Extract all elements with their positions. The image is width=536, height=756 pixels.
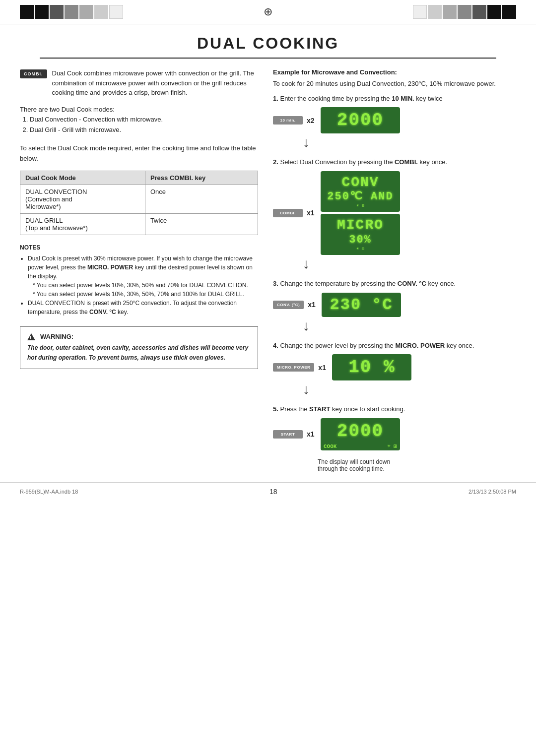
warning-title: ! WARNING: bbox=[27, 333, 251, 340]
step-3-text: 3. Change the temperature by pressing th… bbox=[273, 279, 511, 289]
page-title: DUAL COOKING bbox=[60, 34, 476, 53]
note-1: Dual Cook is preset with 30% microwave p… bbox=[28, 254, 258, 299]
step-2-display-row: COMBI. x1 CONV 250℃ AND ☀ ⊞ MICRO 30% ☀ … bbox=[273, 171, 511, 255]
warning-label: WARNING: bbox=[40, 333, 73, 340]
table-header-press: Press COMBI. key bbox=[145, 171, 258, 185]
step-1-arrow: ↓ bbox=[303, 135, 511, 149]
step-1: 1. Enter the cooking time by pressing th… bbox=[273, 94, 511, 150]
block-4 bbox=[65, 5, 78, 19]
step-3-key-button: CONV. (°C) bbox=[273, 301, 304, 309]
step-5-multiplier: x1 bbox=[307, 430, 317, 438]
warning-box: ! WARNING: The door, outer cabinet, oven… bbox=[20, 326, 258, 369]
mode-1: Dual Convection - Convection with microw… bbox=[30, 115, 258, 125]
step-2-line3: MICRO bbox=[326, 217, 395, 234]
block-r7 bbox=[502, 5, 516, 19]
step-5-display-wrapper: 2000 COOK ☀ ⊞ bbox=[321, 418, 400, 450]
dual-cook-table: Dual Cook Mode Press COMBI. key DUAL CON… bbox=[20, 171, 258, 235]
step-3-display-row: CONV. (°C) x1 230 °C bbox=[273, 293, 511, 317]
table-row: DUAL GRILL(Top and Microwave*) Twice bbox=[20, 214, 258, 235]
step-4-arrow: ↓ bbox=[303, 382, 511, 396]
page-number: 18 bbox=[78, 488, 469, 496]
step-4: 4. Change the power level by pressing th… bbox=[273, 341, 511, 397]
intro-text: Dual Cook combines microwave power with … bbox=[52, 68, 259, 98]
header-blocks-right bbox=[413, 5, 516, 19]
step-4-key-button: MICRO. POWER bbox=[273, 363, 314, 372]
step-1-display-wrapper: 2000 bbox=[321, 107, 400, 133]
step-1-key-name: 10 MIN. bbox=[392, 95, 414, 102]
step-5: 5. Press the START key once to start coo… bbox=[273, 404, 511, 450]
step-3-arrow: ↓ bbox=[303, 319, 511, 333]
step-2-key-button: COMBI. bbox=[273, 209, 303, 217]
main-content: COMBI. Dual Cook combines microwave powe… bbox=[0, 59, 536, 482]
step-2: 2. Select Dual Convection by pressing th… bbox=[273, 157, 511, 271]
step-4-display-wrapper: 10 % bbox=[332, 354, 411, 380]
step-2-number: 2. bbox=[273, 158, 278, 166]
warning-triangle-icon: ! bbox=[27, 333, 35, 340]
step-5-display-cook-label: COOK bbox=[324, 443, 336, 449]
note-2: DUAL CONVECTION is preset with 250°C con… bbox=[28, 299, 258, 316]
step-4-text: 4. Change the power level by pressing th… bbox=[273, 341, 511, 351]
right-column: Example for Microwave and Convection: To… bbox=[273, 68, 511, 472]
step-4-display: 10 % bbox=[332, 354, 411, 380]
step-2-arrow: ↓ bbox=[303, 257, 511, 271]
footer-right-text: 2/13/13 2:50:08 PM bbox=[469, 489, 516, 495]
step-2-line4: 30% bbox=[326, 234, 395, 247]
step-2-sub1: ☀ ⊞ bbox=[326, 203, 395, 209]
step-5-key-name: START bbox=[309, 405, 330, 413]
step-1-display-row: 10 min. x2 2000 bbox=[273, 107, 511, 133]
step-5-number: 5. bbox=[273, 405, 278, 413]
step-3-display-wrapper: 230 °C bbox=[322, 293, 401, 317]
step-4-number: 4. bbox=[273, 342, 278, 349]
table-header-mode: Dual Cook Mode bbox=[20, 171, 145, 185]
combi-button: COMBI. bbox=[20, 69, 47, 78]
block-r6 bbox=[487, 5, 501, 19]
compass-icon: ⊕ bbox=[264, 5, 272, 18]
modes-list: Dual Convection - Convection with microw… bbox=[20, 115, 258, 135]
table-row: DUAL CONVECTION(Convection andMicrowave*… bbox=[20, 185, 258, 214]
example-title: Example for Microwave and Convection: bbox=[273, 68, 511, 76]
step-3-number: 3. bbox=[273, 280, 278, 287]
step-3-multiplier: x1 bbox=[308, 301, 318, 309]
step-5-display-right: ☀ ⊞ bbox=[387, 443, 397, 449]
page-title-section: DUAL COOKING bbox=[40, 24, 496, 59]
mode-2: Dual Grill - Grill with microwave. bbox=[30, 125, 258, 135]
block-r3 bbox=[443, 5, 457, 19]
warning-text: The door, outer cabinet, oven cavity, ac… bbox=[27, 343, 251, 362]
step-5-display: 2000 COOK ☀ ⊞ bbox=[321, 418, 400, 450]
block-r2 bbox=[428, 5, 442, 19]
display-caption: The display will count downthrough the c… bbox=[318, 458, 511, 472]
step-2-dual-display: CONV 250℃ AND ☀ ⊞ MICRO 30% ☀ ⊞ bbox=[321, 171, 400, 255]
modes-intro: There are two Dual Cook modes: bbox=[20, 105, 258, 115]
table-intro: To select the Dual Cook mode required, e… bbox=[20, 143, 258, 164]
step-3-key-name: CONV. °C bbox=[398, 280, 426, 287]
block-1 bbox=[20, 5, 34, 19]
table-cell-press-2: Twice bbox=[145, 214, 258, 235]
modes-section: There are two Dual Cook modes: Dual Conv… bbox=[20, 105, 258, 164]
step-2-sub2: ☀ ⊞ bbox=[326, 247, 395, 252]
left-column: COMBI. Dual Cook combines microwave powe… bbox=[20, 68, 258, 472]
block-2 bbox=[35, 5, 49, 19]
block-r1 bbox=[413, 5, 427, 19]
step-5-key-button: START bbox=[273, 430, 303, 439]
step-1-display: 2000 bbox=[321, 107, 400, 133]
block-r4 bbox=[458, 5, 471, 19]
step-4-multiplier: x1 bbox=[318, 364, 328, 372]
note-1a: You can select power levels 10%, 30%, 50… bbox=[33, 281, 258, 290]
table-cell-mode-1: DUAL CONVECTION(Convection andMicrowave*… bbox=[20, 185, 145, 214]
block-r5 bbox=[472, 5, 486, 19]
step-4-display-row: MICRO. POWER x1 10 % bbox=[273, 354, 511, 380]
header-blocks-left bbox=[20, 5, 123, 19]
notes-title: NOTES bbox=[20, 243, 258, 252]
step-2-display-bottom: MICRO 30% ☀ ⊞ bbox=[321, 214, 400, 255]
header: ⊕ bbox=[0, 0, 536, 24]
step-2-key-name: COMBI. bbox=[395, 158, 418, 166]
footer: R-959(SL)M-AA.indb 18 18 2/13/13 2:50:08… bbox=[0, 482, 536, 501]
step-3: 3. Change the temperature by pressing th… bbox=[273, 279, 511, 333]
step-2-line1: CONV bbox=[326, 174, 395, 191]
example-text: To cook for 20 minutes using Dual Convec… bbox=[273, 79, 511, 89]
block-7 bbox=[109, 5, 123, 19]
notes-section: NOTES Dual Cook is preset with 30% micro… bbox=[20, 243, 258, 316]
step-1-key-button: 10 min. bbox=[273, 116, 303, 125]
table-cell-press-1: Once bbox=[145, 185, 258, 214]
intro-section: COMBI. Dual Cook combines microwave powe… bbox=[20, 68, 258, 98]
